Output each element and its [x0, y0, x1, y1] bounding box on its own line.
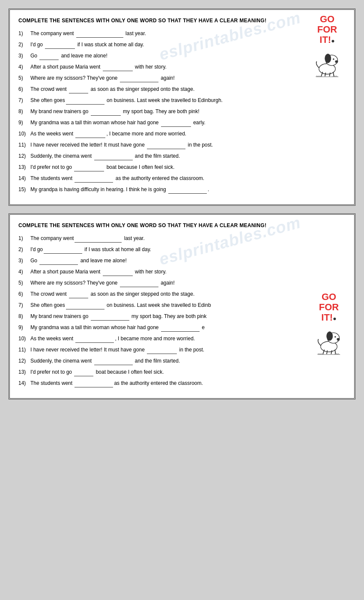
blank[interactable] [75, 130, 105, 138]
snoopy-image-2 [310, 325, 348, 355]
sentence-2-13: 13) I'd prefer not to go boat because I … [18, 368, 258, 376]
blank[interactable] [39, 52, 59, 60]
blank[interactable] [120, 74, 158, 82]
worksheet-2-title: COMPLETE THE SENTENCES WITH ONLY ONE WOR… [18, 222, 346, 228]
go-for-it-text-1: GOFORIT!● [308, 14, 346, 45]
sentence-2-10: 10) As the weeks went , I became more an… [18, 335, 258, 343]
worksheet-1-title: COMPLETE THE SENTENCES WITH ONLY ONE WOR… [18, 18, 346, 24]
sentence-1-3: 3) Go and leave me alone! [18, 52, 267, 60]
blank[interactable] [74, 163, 104, 171]
blank[interactable] [120, 279, 158, 287]
blank[interactable] [75, 174, 113, 183]
sentences-area-2: 1) The company went last year. 2) I'd go… [18, 234, 258, 387]
sentence-1-2: 2) I'd go if I was stuck at home all day… [18, 41, 267, 49]
blank[interactable] [103, 268, 133, 276]
sentence-1-5: 5) Where are my scissors? They've gone a… [18, 74, 267, 82]
sentence-1-10: 10) As the weeks went , I became more an… [18, 130, 267, 138]
sentence-1-12: 12) Suddenly, the cinema went and the fi… [18, 152, 267, 160]
blank[interactable] [74, 368, 93, 376]
svg-point-4 [335, 60, 338, 62]
blank[interactable] [75, 335, 114, 343]
sentence-1-11: 11) I have never received the letter! It… [18, 141, 267, 149]
blank[interactable] [69, 85, 88, 93]
blank[interactable] [44, 246, 82, 254]
blank[interactable] [39, 257, 78, 265]
svg-point-14 [337, 338, 340, 340]
go-for-it-1: GOFORIT!● [308, 14, 346, 79]
sentence-1-9: 9) My grandma was a tall thin woman whos… [18, 119, 267, 127]
go-for-it-2: GOFORIT!● [310, 292, 348, 357]
blank[interactable] [66, 301, 104, 309]
blank[interactable] [69, 290, 88, 298]
sentence-1-4: 4) After a short pause Maria went with h… [18, 63, 267, 71]
sentence-1-14: 14) The students went as the authority e… [18, 174, 267, 183]
blank[interactable] [161, 119, 191, 127]
blank[interactable] [45, 41, 75, 49]
sentence-2-6: 6) The crowd went as soon as the singer … [18, 290, 258, 298]
sentence-2-1: 1) The company went last year. [18, 234, 258, 243]
svg-point-3 [333, 58, 334, 60]
worksheet-1: eslprintables.com GOFORIT!● [9, 9, 355, 206]
blank[interactable] [66, 96, 104, 105]
blank[interactable] [91, 108, 121, 116]
sentence-1-15: 15) My grandpa is having difficulty in h… [18, 186, 267, 194]
blank[interactable] [103, 63, 133, 71]
sentence-1-1: 1) The company went last year. [18, 30, 267, 38]
blank[interactable] [94, 152, 133, 160]
sentence-2-2: 2) I'd go if I was stuck at home all day… [18, 246, 258, 254]
sentence-1-6: 6) The crowd went as soon as the singer … [18, 85, 267, 93]
sentence-2-9: 9) My grandma was a tall thin woman whos… [18, 324, 258, 332]
sentence-1-8: 8) My brand new trainers go my sport bag… [18, 108, 267, 116]
blank[interactable] [147, 141, 185, 149]
sentence-2-11: 11) I have never received the letter! It… [18, 346, 258, 354]
sentence-1-7: 7) She often goes on business. Last week… [18, 96, 267, 105]
sentence-2-12: 12) Suddenly, the cinema went and the fi… [18, 357, 258, 365]
blank[interactable] [76, 30, 123, 38]
blank[interactable] [147, 346, 177, 354]
sentence-1-13: 13) I'd prefer not to go boat because I … [18, 163, 267, 171]
svg-point-12 [327, 331, 333, 340]
svg-point-13 [334, 336, 336, 338]
blank[interactable] [91, 312, 129, 321]
sentence-2-8: 8) My brand new trainers go my sport bag… [18, 312, 258, 321]
sentence-2-3: 3) Go and leave me alone! [18, 257, 258, 265]
blank[interactable] [168, 186, 207, 194]
go-for-it-text-2: GOFORIT!● [310, 292, 348, 323]
sentence-2-7: 7) She often goes on business. Last week… [18, 301, 258, 309]
snoopy-image-1 [308, 47, 346, 77]
worksheet-2: eslprintables.com GOFORIT!● COMPLETE THE… [9, 213, 355, 399]
blank[interactable] [94, 357, 133, 365]
sentences-area-1: 1) The company went last year. 2) I'd go… [18, 30, 267, 194]
sentence-2-4: 4) After a short pause Maria went with h… [18, 268, 258, 276]
blank[interactable] [75, 379, 113, 387]
blank[interactable] [75, 234, 122, 243]
sentence-2-5: 5) Where are my scissors? They've gone a… [18, 279, 258, 287]
sentence-2-14: 14) The students went as the authority e… [18, 379, 258, 387]
blank[interactable] [161, 324, 200, 332]
svg-point-2 [325, 54, 331, 63]
